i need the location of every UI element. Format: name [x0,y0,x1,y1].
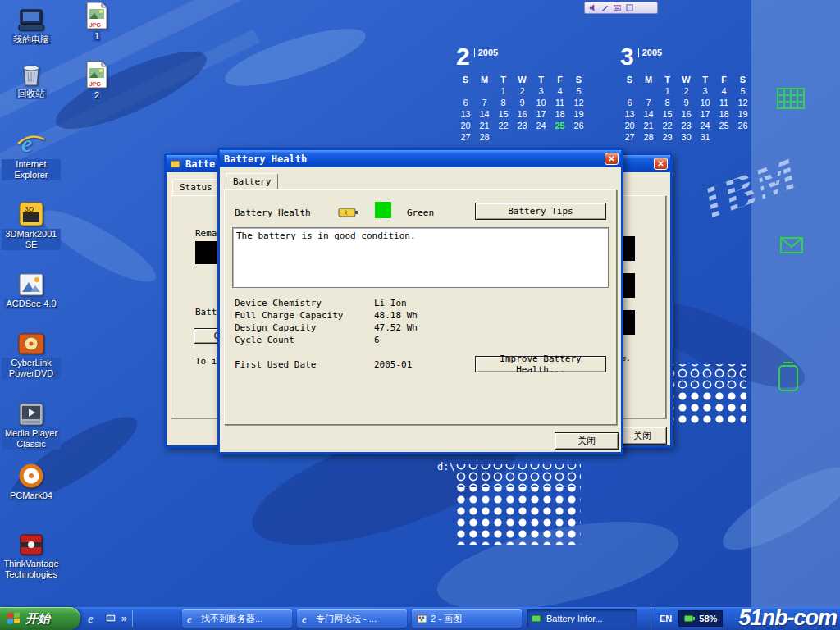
ie-icon: e [302,614,313,624]
calendar-cell: 5 [569,85,588,97]
calendar-cell: 4 [714,85,733,97]
calendar-cell [733,131,752,143]
battery-dialog-icon [171,159,182,169]
desktop-icon-acdsee[interactable]: ACDSee 4.0 [2,269,61,309]
calendar-cell: 2 [677,85,696,97]
internet-explorer-icon: e [17,130,45,158]
svg-text:e: e [88,612,94,625]
improve-battery-health-button[interactable]: Improve Battery Health... [475,356,606,372]
calendar-cell: 17 [532,108,550,120]
health-status-text: Green [407,208,434,218]
acdsee-icon [18,269,44,297]
close-icon[interactable]: ✕ [654,158,668,170]
calendar-cell [550,131,569,143]
speaker-icon[interactable] [589,4,596,11]
calendar-cell: 23 [513,120,532,131]
calendar-cell: 28 [475,131,494,143]
calendar-cell [532,131,550,143]
language-indicator[interactable]: EN [660,614,672,623]
calendar-cell: 2 [513,85,532,97]
calendar-cell: S [456,74,475,85]
calendar-cell: 31 [696,131,714,143]
calendar-cell: 26 [569,120,588,131]
condition-textbox[interactable]: The battery is in good condition. [232,227,609,288]
calendar-cell: 18 [714,108,733,120]
calendar-cell: 19 [569,108,588,120]
calendar-cell: 27 [620,131,639,143]
battery-tips-button[interactable]: Battery Tips [475,203,606,220]
quick-launch: e » [87,609,133,628]
tab-battery[interactable]: Battery [226,173,278,189]
first-used-value: 2005-01 [374,359,412,370]
calendar-cell: 11 [550,97,569,108]
svg-text:JPG: JPG [89,22,102,28]
menu-icon[interactable] [626,4,633,11]
calendar-grid: SMTWTFS123456789101112131415161718192021… [456,74,588,143]
desktop-icon-thinkvantage[interactable]: ThinkVantage Technologies [2,529,61,580]
calendar-cell: 8 [494,97,513,108]
desktop-icon-recycle-bin[interactable]: 回收站 [2,59,61,99]
pen-icon[interactable] [601,4,609,11]
health-close-button[interactable]: 关闭 [555,432,619,450]
desktop-file-1[interactable]: JPG 1 [67,2,126,42]
calendar-cell: 28 [639,131,658,143]
calendar-cell: 15 [494,108,513,120]
calendar-cell: T [696,74,714,85]
task-button-server-not-found[interactable]: e 找不到服务器... [182,609,292,628]
calendar-cell: 15 [658,108,677,120]
recycle-bin-icon [19,59,43,87]
dots-pattern-right [671,364,746,425]
calendar-cell: 13 [620,108,639,120]
ime-language-bar[interactable] [584,2,658,14]
tray-battery-icon [684,614,696,623]
calendar-march: 3 2005 SMTWTFS12345678910111213141516171… [620,44,752,143]
calendar-cell: W [677,74,696,85]
calendar-cell: 12 [733,97,752,108]
calendar-cell: 25 [550,120,569,131]
desktop-file-2[interactable]: JPG 2 [67,61,126,101]
field-value: Li-Ion [374,298,407,308]
calendar-cell: 23 [677,120,696,131]
calendar-cell: T [494,74,513,85]
desktop-icon-3dmark2001[interactable]: 3D 3DMark2001 SE [2,199,61,250]
calendar-cell: 10 [696,97,714,108]
calendar-cell: 7 [639,97,658,108]
pcmark04-icon [18,461,44,489]
calendar-cell [620,85,639,97]
task-button-battery-information[interactable]: Battery Infor... [527,609,637,628]
close-icon[interactable]: ✕ [605,153,619,165]
calendar-cell: F [550,74,569,85]
3dmark2001-icon: 3D [18,199,44,227]
battery-health-titlebar[interactable]: Battery Health ✕ [220,150,621,167]
ie-quick-launch-icon[interactable]: e [87,612,100,625]
tray-battery-indicator[interactable]: 58% [678,610,723,627]
jpg-file-icon: JPG [86,61,107,89]
keyboard-icon[interactable] [614,4,621,11]
calendar-year: 2005 [474,48,498,57]
tab-status[interactable]: Status [172,179,220,195]
svg-text:JPG: JPG [89,81,102,87]
desktop-icon-internet-explorer[interactable]: e Internet Explorer [2,130,61,180]
calendar-cell: 26 [733,120,752,131]
task-button-forum[interactable]: e 专门网论坛 - ... [297,609,407,628]
calendar-cell: 16 [513,108,532,120]
desktop-icon-powerdvd[interactable]: CyberLink PowerDVD [2,328,61,379]
calendar-cell [569,131,588,143]
show-desktop-icon[interactable] [105,613,116,624]
calendar-cell: T [658,74,677,85]
info-close-button[interactable]: 关闭 [618,427,667,445]
taskbar: 开始 e » e 找不到服务器... e 专门网论坛 - ... 2 - 画图 … [0,607,840,630]
calendar-cell [475,85,494,97]
battery-health-dialog: Battery Health ✕ Battery Battery Health … [217,148,623,454]
task-button-paint[interactable]: 2 - 画图 [412,609,522,628]
health-status-swatch [375,202,391,218]
calendar-cell: 21 [475,120,494,131]
desktop-icon-media-player-classic[interactable]: Media Player Classic [2,399,61,450]
calendar-cell: 4 [550,85,569,97]
calendar-month-number: 2 [456,44,470,69]
desktop-icon-my-computer[interactable]: 我的电脑 [2,5,61,45]
field-label: Cycle Count [235,335,294,345]
quick-launch-overflow-chevron[interactable]: » [121,613,127,624]
desktop-icon-pcmark04[interactable]: PCMark04 [2,461,61,501]
start-button[interactable]: 开始 [0,607,80,630]
